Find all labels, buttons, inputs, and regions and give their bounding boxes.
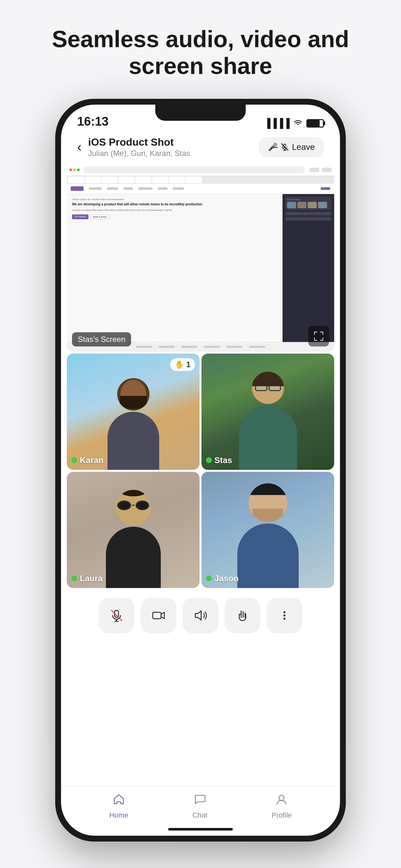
home-bar [61, 823, 340, 836]
raise-hand-badge-karan: ✋1 [170, 358, 195, 371]
profile-icon [275, 793, 288, 809]
leave-button[interactable]: 🎤̶ Leave [259, 137, 324, 157]
svg-rect-4 [314, 332, 315, 335]
nav-chat[interactable]: Chat [192, 793, 207, 819]
participant-label-stas: Stas [206, 455, 232, 465]
home-icon [112, 793, 125, 809]
call-title: iOS Product Shot [88, 136, 190, 148]
participant-stas: Stas [202, 353, 334, 470]
video-grid: ✋1 Karan [61, 352, 340, 590]
participant-label-karan: Karan [71, 455, 104, 465]
leave-label[interactable]: Leave [292, 142, 315, 152]
online-dot-stas [206, 457, 212, 463]
participant-laura: Laura [67, 472, 199, 588]
svg-point-17 [283, 618, 285, 620]
participant-label-laura: Laura [71, 574, 103, 584]
status-time: 16:13 [77, 115, 109, 130]
mic-slash-icon [281, 143, 289, 151]
nav-home-label: Home [109, 811, 128, 819]
leave-mic-icon: 🎤̶ [268, 143, 278, 151]
svg-point-18 [279, 795, 284, 801]
participant-label-jason: Jason [206, 574, 239, 584]
online-dot-jason [206, 576, 212, 581]
nav-profile-label: Profile [272, 811, 291, 819]
more-button[interactable] [267, 598, 302, 633]
mute-button[interactable] [99, 598, 134, 633]
speaker-button[interactable] [183, 598, 218, 633]
svg-rect-8 [314, 337, 315, 341]
home-indicator [168, 828, 233, 831]
bottom-nav: Home Chat Profile [61, 786, 340, 823]
nav-home[interactable]: Home [109, 793, 128, 819]
raise-hand-button[interactable] [225, 598, 260, 633]
video-button[interactable] [141, 598, 176, 633]
notch [155, 104, 246, 121]
screen-share-area: Virtual space for remote team communicat… [67, 164, 334, 352]
status-icons: ▐▐▐▐ [264, 118, 324, 130]
wifi-icon [294, 118, 303, 128]
online-dot-karan [71, 457, 77, 463]
back-button[interactable]: ‹ [77, 139, 82, 155]
battery-icon [306, 119, 324, 128]
participant-karan: ✋1 Karan [67, 353, 199, 470]
svg-rect-14 [153, 612, 161, 619]
nav-profile[interactable]: Profile [272, 793, 291, 819]
svg-point-15 [283, 611, 285, 613]
expand-button[interactable] [308, 326, 329, 346]
nav-chat-label: Chat [192, 811, 207, 819]
page-title: Seamless audio, video and screen share [20, 0, 381, 99]
call-participants: Julian (Me), Guri, Karan, Stas [88, 149, 190, 158]
signal-icon: ▐▐▐▐ [264, 118, 289, 128]
online-dot-laura [71, 576, 77, 581]
svg-rect-10 [322, 337, 323, 341]
screen-share-label: Stas's Screen [72, 332, 131, 346]
svg-point-16 [283, 615, 285, 616]
controls-bar [61, 590, 340, 641]
phone-frame: 16:13 ▐▐▐▐ ‹ iOS Pro [55, 99, 346, 841]
call-header: ‹ iOS Product Shot Julian (Me), Guri, Ka… [61, 134, 340, 164]
chat-icon [193, 793, 206, 809]
participant-jason: Jason [202, 472, 334, 588]
svg-rect-6 [322, 332, 323, 335]
